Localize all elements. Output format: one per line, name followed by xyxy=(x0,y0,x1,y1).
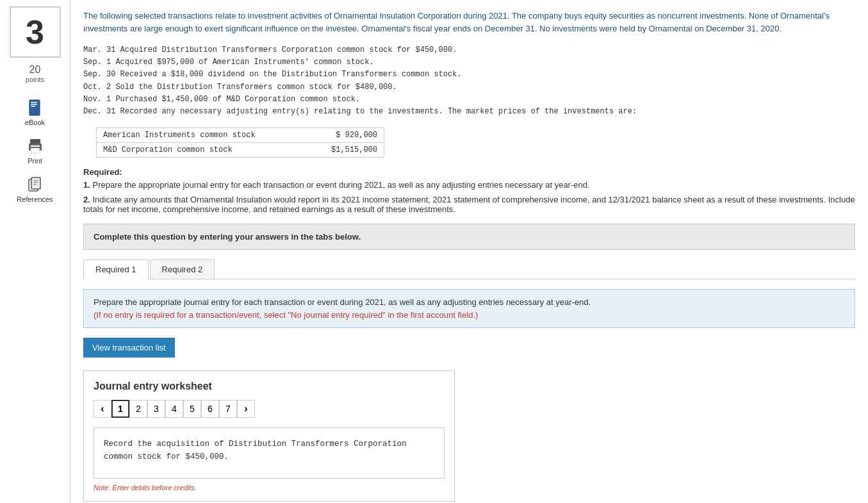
market-prices-table: American Instruments common stock $ 920,… xyxy=(96,128,384,158)
page-3-button[interactable]: 3 xyxy=(147,400,165,418)
svg-rect-6 xyxy=(31,148,40,153)
next-page-button[interactable]: › xyxy=(237,400,255,418)
record-entry-text: Record the acquisition of Distribution T… xyxy=(104,440,407,461)
sidebar-tool-print[interactable]: Print xyxy=(0,131,70,170)
svg-rect-11 xyxy=(33,182,38,183)
req-num-1: 1. xyxy=(83,180,92,190)
svg-rect-9 xyxy=(31,177,40,189)
instructions-main: Prepare the appropriate journal entry fo… xyxy=(94,297,591,307)
price-amount-2: $1,515,000 xyxy=(308,143,384,158)
pagination: ‹ 1 2 3 4 5 6 7 › xyxy=(94,400,445,418)
sidebar-tool-ebook[interactable]: eBook xyxy=(0,93,70,131)
tab-required1[interactable]: Required 1 xyxy=(83,260,149,279)
page-7-button[interactable]: 7 xyxy=(219,400,237,418)
sidebar-tool-references[interactable]: References xyxy=(0,170,70,208)
svg-rect-12 xyxy=(33,184,37,185)
points-number: 20 xyxy=(26,64,44,76)
question-number: 3 xyxy=(10,6,61,58)
view-transaction-list-button[interactable]: View transaction list xyxy=(83,338,175,358)
transaction-item: Oct. 2 Sold the Distribution Transformer… xyxy=(83,81,855,94)
tab-required2[interactable]: Required 2 xyxy=(150,260,215,279)
sidebar: 3 20 points eBook xyxy=(0,0,70,503)
svg-rect-1 xyxy=(31,102,37,103)
required-section: Required: 1. Prepare the appropriate jou… xyxy=(83,167,855,214)
svg-rect-2 xyxy=(31,104,37,105)
references-label: References xyxy=(17,195,53,203)
page-2-button[interactable]: 2 xyxy=(129,400,147,418)
page-1-button[interactable]: 1 xyxy=(111,400,129,418)
record-entry-box: Record the acquisition of Distribution T… xyxy=(94,427,445,479)
worksheet-title: Journal entry worksheet xyxy=(94,381,445,392)
points-block: 20 points xyxy=(26,64,44,83)
transaction-item: Dec. 31 Recorded any necessary adjusting… xyxy=(83,106,855,118)
points-label: points xyxy=(26,76,44,83)
main-content: The following selected transactions rela… xyxy=(70,0,868,503)
prev-page-button[interactable]: ‹ xyxy=(94,400,111,418)
note-credits: Note: Enter debits before credits. xyxy=(94,484,445,491)
page-6-button[interactable]: 6 xyxy=(201,400,219,418)
transaction-item: Nov. 1 Purchased $1,450,000 of M&D Corpo… xyxy=(83,94,855,106)
price-name-1: American Instruments common stock xyxy=(97,128,308,143)
required-item-1: 1. Prepare the appropriate journal entry… xyxy=(83,180,855,190)
complete-banner: Complete this question by entering your … xyxy=(83,224,855,250)
price-amount-1: $ 920,000 xyxy=(308,128,384,143)
print-icon xyxy=(26,136,45,156)
worksheet-container: Journal entry worksheet ‹ 1 2 3 4 5 6 7 … xyxy=(83,370,455,502)
req-text-1: Prepare the appropriate journal entry fo… xyxy=(92,180,589,190)
svg-rect-3 xyxy=(31,106,35,107)
transaction-item: Mar. 31 Acquired Distribution Transforme… xyxy=(83,44,855,56)
req-num-2: 2. xyxy=(83,195,92,204)
instructions-box: Prepare the appropriate journal entry fo… xyxy=(83,289,855,328)
transaction-item: Sep. 30 Received a $18,000 dividend on t… xyxy=(83,69,855,81)
svg-rect-7 xyxy=(31,145,40,147)
transactions-list: Mar. 31 Acquired Distribution Transforme… xyxy=(83,44,855,118)
ebook-label: eBook xyxy=(25,119,45,126)
transaction-item: Sep. 1 Acquired $975,000 of American Ins… xyxy=(83,56,855,69)
instructions-note: (If no entry is required for a transacti… xyxy=(94,310,478,320)
req-text-2: Indicate any amounts that Ornamental Ins… xyxy=(83,195,855,214)
required-label: Required: xyxy=(83,167,855,177)
intro-text: The following selected transactions rela… xyxy=(83,10,855,35)
tabs-row: Required 1 Required 2 xyxy=(83,260,855,279)
copy-icon xyxy=(26,175,45,194)
svg-rect-10 xyxy=(33,180,38,181)
svg-rect-4 xyxy=(30,139,40,144)
page-4-button[interactable]: 4 xyxy=(165,400,183,418)
page-5-button[interactable]: 5 xyxy=(183,400,201,418)
price-name-2: M&D Corporation common stock xyxy=(97,143,308,158)
required-item-2: 2. Indicate any amounts that Ornamental … xyxy=(83,195,855,214)
tabs-container: Required 1 Required 2 xyxy=(83,260,855,279)
book-icon xyxy=(26,98,45,117)
print-label: Print xyxy=(28,157,42,165)
